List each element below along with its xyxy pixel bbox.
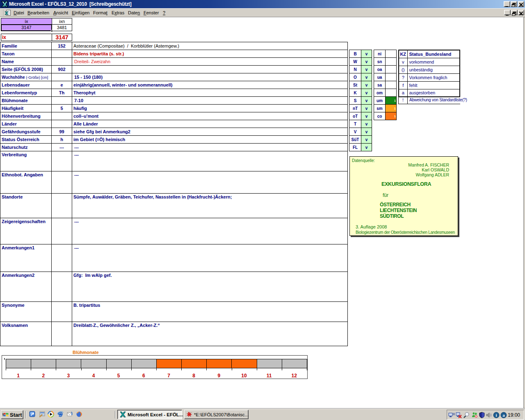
svg-text:i: i [495,413,497,418]
svg-text:a: a [502,413,505,418]
